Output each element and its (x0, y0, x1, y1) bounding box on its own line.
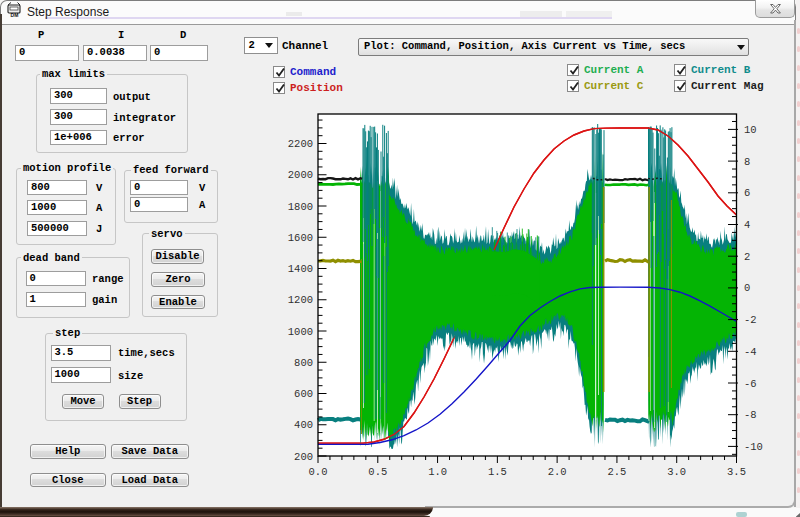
svg-text:1000: 1000 (288, 326, 313, 338)
svg-text:3.5: 3.5 (727, 466, 746, 478)
svg-text:400: 400 (294, 419, 313, 431)
svg-text:1.0: 1.0 (428, 466, 447, 478)
svg-text:-2: -2 (744, 314, 757, 326)
svg-text:1600: 1600 (288, 232, 313, 244)
svg-text:3.0: 3.0 (667, 466, 686, 478)
svg-text:200: 200 (294, 451, 313, 463)
svg-text:1800: 1800 (288, 201, 313, 213)
svg-text:10: 10 (744, 124, 757, 136)
svg-text:1.5: 1.5 (488, 466, 507, 478)
svg-text:0.0: 0.0 (309, 466, 328, 478)
svg-text:6: 6 (744, 187, 750, 199)
svg-text:-6: -6 (744, 378, 757, 390)
svg-text:2000: 2000 (288, 169, 313, 181)
svg-text:2.0: 2.0 (548, 466, 567, 478)
svg-text:2.5: 2.5 (607, 466, 626, 478)
svg-text:8: 8 (744, 156, 750, 168)
svg-text:1400: 1400 (288, 263, 313, 275)
svg-text:0: 0 (744, 282, 750, 294)
svg-text:-8: -8 (744, 409, 757, 421)
svg-text:2200: 2200 (288, 138, 313, 150)
svg-text:1200: 1200 (288, 294, 313, 306)
svg-text:0.5: 0.5 (368, 466, 387, 478)
svg-text:-4: -4 (744, 346, 757, 358)
svg-text:2: 2 (744, 251, 750, 263)
svg-text:600: 600 (294, 388, 313, 400)
svg-text:4: 4 (744, 219, 750, 231)
svg-text:800: 800 (294, 357, 313, 369)
svg-text:-10: -10 (744, 441, 763, 453)
